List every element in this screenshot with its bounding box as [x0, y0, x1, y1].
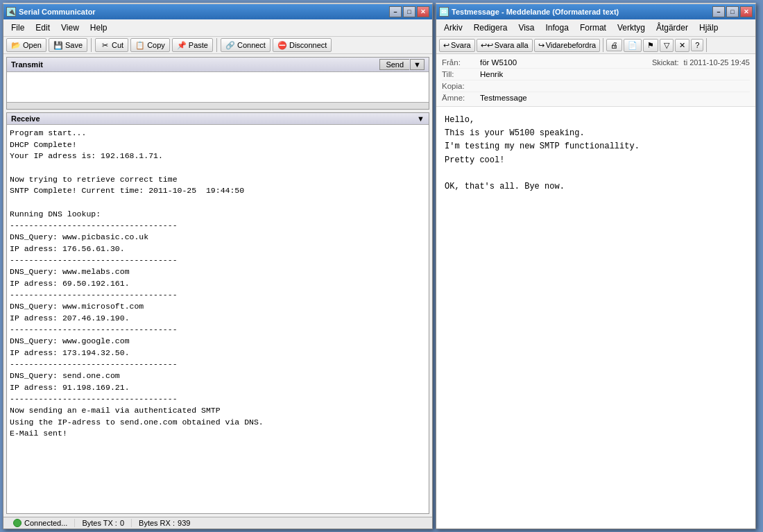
email-toolbar-btn-3[interactable]: ⚑ — [643, 39, 658, 52]
email-menu-redigera[interactable]: Redigera — [469, 21, 513, 35]
copy-icon: 📋 — [135, 40, 145, 50]
reply-button[interactable]: ↩ Svara — [439, 39, 475, 52]
email-window-controls: – □ ✕ — [712, 6, 753, 17]
serial-menu-edit[interactable]: Edit — [31, 21, 55, 35]
from-row: Från: för W5100 Skickat: ti 2011-10-25 1… — [442, 57, 750, 69]
serial-menu-file[interactable]: File — [6, 21, 29, 35]
serial-toolbar: 📂 Open 💾 Save ✂ Cut 📋 Copy 📌 Paste 🔗 Con… — [3, 37, 432, 54]
email-minimize-button[interactable]: – — [712, 6, 725, 17]
connection-status: Connected... — [24, 519, 67, 527]
serial-content: Transmit Send ▼ Receive ▼ Program start.… — [3, 54, 432, 517]
email-toolbar-sep-2 — [706, 38, 707, 52]
email-menu-arkiv[interactable]: Arkiv — [439, 21, 468, 35]
open-icon: 📂 — [11, 40, 21, 50]
save-button[interactable]: 💾 Save — [49, 38, 87, 52]
email-toolbar-sep-1 — [603, 38, 603, 52]
disconnect-icon: ⛔ — [277, 40, 287, 50]
bytes-tx-label: Bytes TX : — [82, 519, 117, 527]
bytes-tx-value: 0 — [120, 519, 124, 527]
email-window-title: Testmessage - Meddelande (Oformaterad te… — [452, 8, 710, 16]
email-menu-format[interactable]: Format — [575, 21, 611, 35]
send-button[interactable]: Send — [379, 59, 409, 70]
to-label: Till: — [442, 70, 480, 78]
serial-statusbar: Connected... Bytes TX : 0 Bytes RX : 939 — [3, 517, 432, 529]
from-value: för W5100 — [480, 58, 517, 67]
receive-content[interactable]: Program start... DHCP Complete! Your IP … — [7, 125, 429, 513]
email-app-icon: ✉ — [439, 7, 449, 17]
transmit-send-controls: Send ▼ — [379, 59, 425, 70]
email-window: ✉ Testmessage - Meddelande (Oformaterad … — [436, 3, 756, 529]
receive-area: Receive ▼ Program start... DHCP Complete… — [6, 112, 429, 514]
serial-minimize-button[interactable]: – — [389, 6, 402, 17]
email-body: Hello, This is your W5100 speaking. I'm … — [436, 107, 755, 529]
paste-icon: 📌 — [177, 40, 187, 50]
reply-all-button[interactable]: ↩↩ Svara alla — [477, 39, 533, 52]
subject-row: Ämne: Testmessage — [442, 92, 750, 103]
email-menu-infoga[interactable]: Infoga — [541, 21, 574, 35]
sent-label: Skickat: ti 2011-10-25 19:45 — [652, 58, 750, 67]
save-icon: 💾 — [53, 40, 63, 50]
serial-window-controls: – □ ✕ — [389, 6, 429, 17]
subject-label: Ämne: — [442, 94, 480, 102]
serial-maximize-button[interactable]: □ — [403, 6, 415, 17]
cc-row: Kopia: — [442, 80, 750, 92]
subject-value: Testmessage — [480, 94, 527, 102]
connect-icon: 🔗 — [225, 40, 235, 50]
transmit-scrollbar[interactable] — [7, 102, 429, 109]
email-titlebar: ✉ Testmessage - Meddelande (Oformaterad … — [436, 4, 755, 19]
help-icon: ? — [695, 41, 699, 49]
open-button[interactable]: 📂 Open — [6, 38, 46, 52]
delete-icon: ✕ — [679, 41, 685, 50]
from-label: Från: — [442, 58, 480, 67]
transmit-label: Transmit — [11, 60, 43, 69]
toolbar-sep-1 — [91, 38, 92, 52]
forward-button[interactable]: ↪ Vidarebefordra — [534, 39, 601, 52]
bytes-rx-value: 939 — [178, 519, 190, 527]
receive-dropdown-icon[interactable]: ▼ — [417, 114, 425, 123]
disconnect-button[interactable]: ⛔ Disconnect — [273, 38, 332, 52]
paste-button[interactable]: 📌 Paste — [172, 38, 213, 52]
send-dropdown[interactable]: ▼ — [410, 59, 425, 70]
help-button[interactable]: ? — [691, 39, 703, 51]
serial-window-title: Serial Communicator — [19, 8, 386, 16]
status-connection: Connected... — [6, 519, 75, 527]
serial-close-button[interactable]: ✕ — [417, 6, 429, 17]
serial-menu-view[interactable]: View — [56, 21, 84, 35]
print-icon: 🖨 — [610, 41, 618, 49]
email-maximize-button[interactable]: □ — [726, 6, 739, 17]
email-toolbar-btn-4[interactable]: ▽ — [660, 39, 674, 52]
copy-button[interactable]: 📋 Copy — [130, 38, 170, 52]
email-menu-visa[interactable]: Visa — [513, 21, 539, 35]
email-toolbar-btn-2[interactable]: 📄 — [624, 39, 642, 52]
print-button[interactable]: 🖨 — [606, 39, 622, 51]
transmit-header: Transmit Send ▼ — [7, 58, 429, 72]
serial-communicator-window: 🔌 Serial Communicator – □ ✕ File Edit Vi… — [3, 3, 433, 529]
reply-all-icon: ↩↩ — [481, 41, 493, 50]
receive-header: Receive ▼ — [7, 113, 429, 125]
email-menu-hjalp[interactable]: Hjälp — [694, 21, 723, 35]
forward-icon: ↪ — [538, 41, 545, 50]
delete-email-button[interactable]: ✕ — [675, 39, 689, 52]
connect-button[interactable]: 🔗 Connect — [221, 38, 271, 52]
cut-icon: ✂ — [100, 40, 110, 50]
cc-label: Kopia: — [442, 82, 480, 90]
email-menu-atgarder[interactable]: Åtgärder — [651, 21, 693, 35]
email-close-button[interactable]: ✕ — [740, 6, 753, 17]
serial-app-icon: 🔌 — [6, 7, 16, 17]
filter-icon: ▽ — [664, 41, 669, 50]
serial-menubar: File Edit View Help — [3, 19, 432, 37]
transmit-area: Transmit Send ▼ — [6, 57, 429, 110]
to-row: Till: Henrik — [442, 69, 750, 80]
email-menubar: Arkiv Redigera Visa Infoga Format Verkty… — [436, 19, 755, 37]
cut-button[interactable]: ✂ Cut — [95, 38, 128, 52]
connection-indicator — [13, 519, 22, 527]
status-bytes-rx: Bytes RX : 939 — [132, 519, 197, 527]
to-value: Henrik — [480, 70, 503, 78]
transmit-input[interactable] — [7, 72, 429, 100]
serial-menu-help[interactable]: Help — [85, 21, 112, 35]
email-toolbar: ↩ Svara ↩↩ Svara alla ↪ Vidarebefordra 🖨… — [436, 37, 755, 54]
serial-titlebar: 🔌 Serial Communicator – □ ✕ — [3, 4, 432, 19]
email-menu-verktyg[interactable]: Verktyg — [612, 21, 650, 35]
receive-label: Receive — [11, 114, 40, 123]
bytes-rx-label: Bytes RX : — [139, 519, 175, 527]
